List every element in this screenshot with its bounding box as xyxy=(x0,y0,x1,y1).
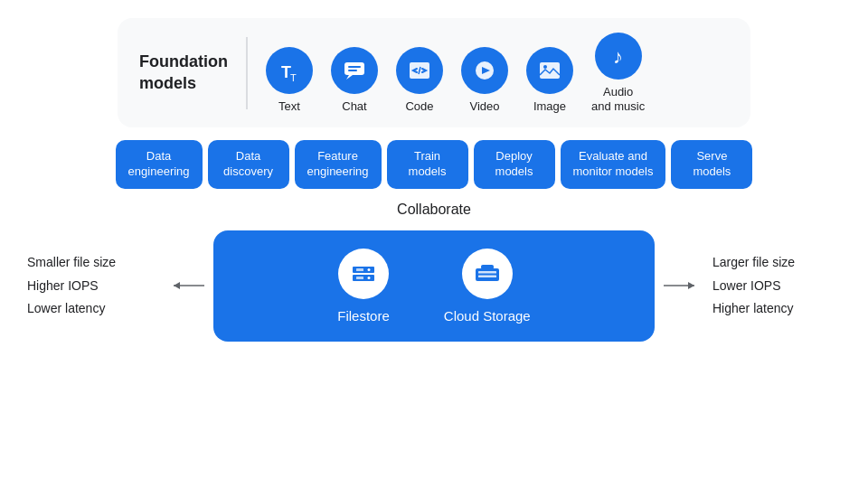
audio-icon-circle: ♪ xyxy=(595,33,642,80)
svg-rect-10 xyxy=(540,62,560,79)
svg-point-18 xyxy=(368,277,371,279)
icon-video[interactable]: Video xyxy=(461,47,508,114)
svg-marker-26 xyxy=(688,282,694,289)
svg-point-17 xyxy=(368,268,371,271)
svg-rect-24 xyxy=(481,265,494,269)
foundation-title: Foundationmodels xyxy=(139,52,246,94)
chat-icon-circle xyxy=(331,47,378,94)
left-label-iops: Higher IOPS xyxy=(27,277,163,296)
storage-item-filestore[interactable]: Filestore xyxy=(337,249,390,324)
cloud-storage-icon-circle xyxy=(462,249,513,299)
code-icon-label: Code xyxy=(405,99,433,114)
storage-left-labels: Smaller file size Higher IOPS Lower late… xyxy=(27,254,163,318)
right-label-iops: Lower IOPS xyxy=(712,277,841,296)
svg-marker-14 xyxy=(174,282,180,289)
image-icon-circle xyxy=(526,47,573,94)
pipeline-step-feature-engineering[interactable]: Featureengineering xyxy=(295,140,382,189)
svg-rect-4 xyxy=(348,66,361,68)
right-label-latency: Higher latency xyxy=(712,300,841,318)
svg-rect-19 xyxy=(356,268,363,271)
pipeline-step-data-discovery[interactable]: Datadiscovery xyxy=(208,140,289,189)
svg-rect-23 xyxy=(478,275,496,277)
svg-text:♪: ♪ xyxy=(613,45,623,68)
collaborate-label: Collaborate xyxy=(397,202,471,218)
pipeline-step-deploy-models[interactable]: Deploymodels xyxy=(474,140,555,189)
foundation-icons: T T Text Chat xyxy=(266,33,645,113)
video-icon-label: Video xyxy=(469,99,499,114)
icon-text[interactable]: T T Text xyxy=(266,47,313,114)
pipeline-step-train-models[interactable]: Trainmodels xyxy=(387,140,468,189)
right-label-file-size: Larger file size xyxy=(712,254,841,272)
icon-audio[interactable]: ♪ Audioand music xyxy=(591,33,645,113)
text-icon-label: Text xyxy=(278,99,300,114)
filestore-label: Filestore xyxy=(337,308,390,324)
svg-rect-22 xyxy=(478,271,496,274)
arrow-left xyxy=(170,278,206,293)
svg-point-11 xyxy=(543,65,547,69)
foundation-section: Foundationmodels T T Text xyxy=(118,18,750,127)
svg-rect-20 xyxy=(356,277,363,279)
icon-image[interactable]: Image xyxy=(526,47,573,114)
storage-box: Filestore Cloud Storage xyxy=(213,230,655,342)
pipeline-step-data-engineering[interactable]: Dataengineering xyxy=(116,140,203,189)
chat-icon-label: Chat xyxy=(342,99,366,114)
storage-right-labels: Larger file size Lower IOPS Higher laten… xyxy=(705,254,841,318)
icon-code[interactable]: Code xyxy=(396,47,443,114)
left-label-latency: Lower latency xyxy=(27,300,163,318)
svg-marker-3 xyxy=(346,75,353,80)
svg-rect-21 xyxy=(476,268,499,281)
filestore-icon-circle xyxy=(338,249,389,299)
code-icon-circle xyxy=(396,47,443,94)
video-icon-circle xyxy=(461,47,508,94)
pipeline-step-evaluate-monitor[interactable]: Evaluate andmonitor models xyxy=(561,140,666,189)
diagram-wrapper: Foundationmodels T T Text xyxy=(0,0,868,488)
text-icon-circle: T T xyxy=(266,47,313,94)
pipeline-row: Dataengineering Datadiscovery Featureeng… xyxy=(27,140,841,189)
cloud-storage-label: Cloud Storage xyxy=(444,308,531,324)
storage-item-cloud-storage[interactable]: Cloud Storage xyxy=(444,249,531,324)
svg-text:T: T xyxy=(290,72,297,83)
foundation-divider xyxy=(246,37,248,109)
arrow-right xyxy=(662,278,698,293)
left-label-file-size: Smaller file size xyxy=(27,254,163,272)
storage-section: Smaller file size Higher IOPS Lower late… xyxy=(27,230,841,342)
image-icon-label: Image xyxy=(533,99,566,114)
icon-chat[interactable]: Chat xyxy=(331,47,378,114)
audio-icon-label: Audioand music xyxy=(591,85,645,113)
pipeline-step-serve-models[interactable]: Servemodels xyxy=(671,140,752,189)
svg-rect-2 xyxy=(344,62,364,75)
svg-rect-5 xyxy=(348,70,357,71)
